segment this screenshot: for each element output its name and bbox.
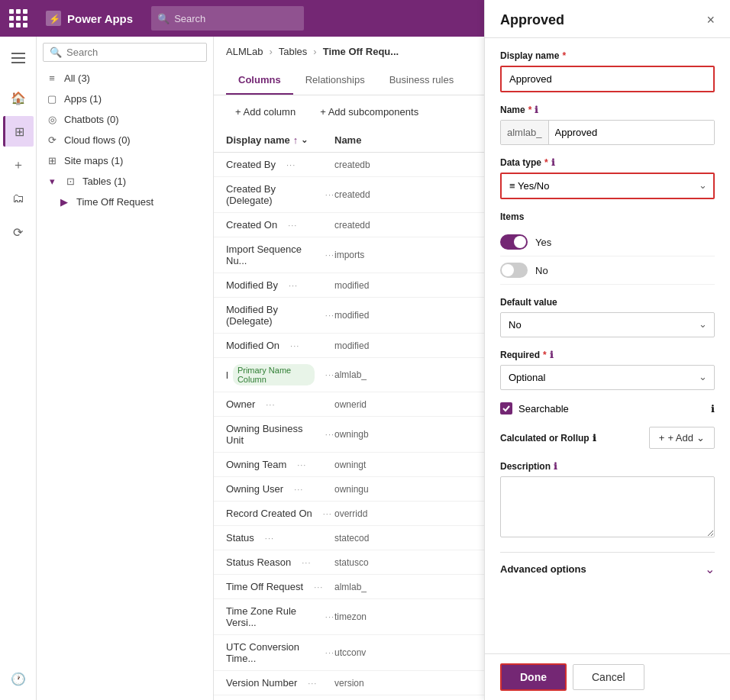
table-row[interactable]: Time Zone Rule Versi...··· timezon	[214, 599, 484, 635]
no-toggle[interactable]	[500, 263, 528, 278]
description-info-icon[interactable]: ℹ	[554, 461, 557, 472]
apps-icon-btn[interactable]: ⊞	[3, 116, 34, 147]
table-row[interactable]: Status Reason··· statusco	[214, 550, 484, 575]
nav-search-input[interactable]	[66, 47, 200, 58]
nav-expand-icon[interactable]	[3, 43, 34, 73]
sidebar-item-site-maps[interactable]: ⊞ Site maps (1)	[37, 150, 213, 171]
breadcrumb-current: Time Off Requ...	[323, 46, 399, 57]
row-dots[interactable]: ···	[308, 679, 317, 688]
data-type-required: *	[544, 157, 548, 168]
tab-relationships[interactable]: Relationships	[293, 66, 377, 95]
data-type-select[interactable]: ≡ Yes/No Text Number	[500, 173, 715, 199]
table-row[interactable]: Modified By (Delegate)··· modified	[214, 298, 484, 334]
searchable-checkbox[interactable]	[500, 402, 512, 415]
data-icon-btn[interactable]: 🗂	[3, 183, 34, 214]
add-calc-label: + Add	[667, 432, 693, 444]
table-row[interactable]: Created By (Delegate)··· createdd	[214, 177, 484, 213]
row-dots[interactable]: ···	[290, 341, 299, 350]
row-dots[interactable]: ···	[325, 648, 334, 657]
row-dots[interactable]: ···	[294, 485, 303, 494]
name-input[interactable]	[549, 121, 714, 144]
data-type-info-icon[interactable]: ℹ	[551, 157, 555, 168]
sidebar-item-all-label: All (3)	[64, 73, 204, 84]
sidebar-item-time-off-request[interactable]: ▶ Time Off Request	[37, 192, 213, 212]
add-subcomponents-button[interactable]: + Add subcomponents	[311, 102, 428, 122]
required-info-icon[interactable]: ℹ	[550, 350, 554, 360]
panel-close-button[interactable]: ×	[706, 12, 715, 28]
default-value-label: Default value	[500, 297, 715, 308]
table-row[interactable]: Status··· statecod	[214, 526, 484, 550]
row-dots[interactable]: ···	[288, 221, 297, 230]
default-value-select[interactable]: No Yes	[500, 312, 715, 337]
table-row[interactable]: Owning Business Unit··· owningb	[214, 417, 484, 453]
items-title: Items	[500, 211, 715, 222]
topbar-search-box[interactable]: 🔍	[151, 6, 304, 31]
required-label: Required * ℹ	[500, 350, 715, 360]
cancel-button[interactable]: Cancel	[573, 664, 644, 690]
required-select[interactable]: Optional Required	[500, 365, 715, 390]
history-icon-btn[interactable]: 🕐	[3, 663, 34, 694]
tab-business-rules[interactable]: Business rules	[377, 66, 467, 95]
row-dots[interactable]: ···	[266, 400, 275, 409]
table-row[interactable]: Owning User··· owningu	[214, 477, 484, 502]
searchable-group: Searchable ℹ	[500, 402, 715, 415]
table-row[interactable]: Import Sequence Nu...··· imports	[214, 237, 484, 273]
advanced-options-row[interactable]: Advanced options ⌄	[500, 552, 715, 585]
table-row[interactable]: Modified By··· modified	[214, 273, 484, 298]
nav-search-box[interactable]: 🔍	[43, 43, 207, 62]
sort-icon[interactable]: ↑	[293, 134, 299, 146]
table-row[interactable]: Record Created On··· overridd	[214, 502, 484, 526]
sidebar-item-all[interactable]: ≡ All (3)	[37, 68, 213, 89]
data-table: Display name ↑ ⌄ Name Created By··· crea…	[214, 128, 484, 695]
add-column-button[interactable]: + Add column	[226, 102, 305, 122]
row-dots[interactable]: ···	[325, 250, 334, 260]
topbar-search-input[interactable]	[174, 13, 298, 24]
table-row[interactable]: l Primary Name Column ··· almlab_	[214, 358, 484, 392]
waffle-icon[interactable]	[0, 0, 37, 37]
row-dots[interactable]: ···	[286, 160, 296, 169]
row-dots[interactable]: ···	[325, 190, 334, 199]
table-row[interactable]: Created By··· createdb	[214, 153, 484, 177]
searchable-label: Searchable	[518, 403, 569, 415]
add-calc-button[interactable]: + + Add ⌄	[649, 427, 715, 449]
sidebar-item-chatbots[interactable]: ◎ Chatbots (0)	[37, 109, 213, 130]
breadcrumb-alm-lab[interactable]: ALMLab	[226, 46, 263, 57]
display-name-input[interactable]	[500, 66, 715, 92]
table-row[interactable]: Modified On··· modified	[214, 334, 484, 358]
create-icon-btn[interactable]: ＋	[3, 150, 34, 180]
searchable-info-icon[interactable]: ℹ	[711, 403, 715, 415]
description-textarea[interactable]	[500, 476, 715, 537]
row-dots[interactable]: ···	[314, 582, 323, 592]
sidebar-item-cloud-flows-label: Cloud flows (0)	[64, 134, 204, 146]
table-row[interactable]: Owner··· ownerid	[214, 392, 484, 417]
home-icon-btn[interactable]: 🏠	[3, 82, 34, 113]
table-row[interactable]: Version Number··· version	[214, 671, 484, 695]
row-dots[interactable]: ···	[323, 509, 332, 518]
table-row[interactable]: UTC Conversion Time...··· utcconv	[214, 635, 484, 671]
calc-rollup-info-icon[interactable]: ℹ	[593, 433, 596, 444]
row-dots[interactable]: ···	[325, 430, 334, 439]
yes-toggle[interactable]	[500, 234, 528, 250]
expand-icon: ▶	[58, 196, 70, 208]
flows-icon-btn[interactable]: ⟳	[3, 217, 34, 247]
done-button[interactable]: Done	[500, 663, 567, 691]
row-dots[interactable]: ···	[302, 558, 311, 567]
table-row[interactable]: Created On··· createdd	[214, 213, 484, 237]
row-dots[interactable]: ···	[289, 281, 298, 290]
tab-columns[interactable]: Columns	[226, 66, 293, 95]
sidebar-item-tables[interactable]: ▾ ⊡ Tables (1)	[37, 171, 213, 192]
sidebar-item-apps[interactable]: ▢ Apps (1)	[37, 89, 213, 109]
table-row[interactable]: Owning Team··· owningt	[214, 453, 484, 477]
row-dots[interactable]: ···	[325, 370, 334, 379]
breadcrumb-sep-2: ›	[313, 46, 316, 57]
name-info-icon[interactable]: ℹ	[535, 105, 538, 115]
row-dots[interactable]: ···	[325, 311, 334, 320]
row-dots[interactable]: ···	[297, 460, 306, 469]
row-dots[interactable]: ···	[325, 612, 334, 621]
row-dots[interactable]: ···	[265, 534, 274, 543]
sidebar-item-cloud-flows[interactable]: ⟳ Cloud flows (0)	[37, 130, 213, 150]
item-no-label: No	[535, 265, 548, 276]
table-row[interactable]: Time Off Request··· almlab_	[214, 575, 484, 599]
filter-icon[interactable]: ⌄	[301, 135, 308, 145]
breadcrumb-tables[interactable]: Tables	[279, 46, 308, 57]
